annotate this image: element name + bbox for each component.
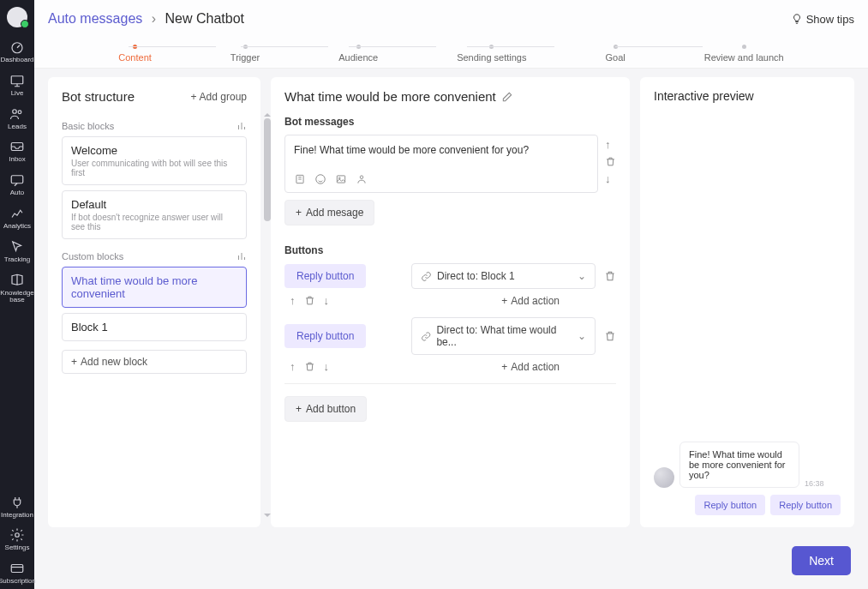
add-button-button[interactable]: + Add button	[284, 396, 367, 422]
scrollbar[interactable]	[264, 111, 271, 519]
reply-button-chip[interactable]: Reply button	[284, 324, 366, 348]
bot-messages-heading: Bot messages	[284, 116, 616, 128]
add-message-button[interactable]: + Add mesage	[284, 200, 374, 225]
trash-icon[interactable]	[605, 156, 616, 167]
nav-item-integration[interactable]: Integration	[0, 490, 34, 523]
button-mini-tools: ↑ ↓ +Add action	[284, 360, 616, 373]
button-row: Reply button Direct to: What time would …	[284, 317, 616, 355]
link-icon	[421, 331, 431, 342]
chat-icon	[9, 172, 25, 188]
user-icon[interactable]	[356, 173, 368, 185]
step-audience[interactable]: Audience	[338, 45, 378, 63]
step-sending[interactable]: Sending settings	[457, 45, 526, 63]
next-button[interactable]: Next	[792, 546, 851, 575]
message-text[interactable]: Fine! What time would be more convenient…	[294, 144, 589, 165]
svg-point-12	[360, 176, 363, 179]
trash-icon[interactable]	[304, 295, 315, 306]
breadcrumb-leaf: New Chatbot	[165, 11, 245, 26]
preview-chips: Reply button Reply button	[654, 495, 841, 515]
block-title: What time would be more convenient	[284, 89, 616, 104]
arrow-up-icon[interactable]: ↑	[605, 138, 616, 151]
preview-reply-chip[interactable]: Reply button	[770, 495, 841, 515]
file-icon[interactable]	[294, 173, 306, 185]
preview-message-row: Fine! What time would be more convenient…	[654, 442, 841, 488]
show-tips-button[interactable]: Show tips	[791, 13, 854, 26]
svg-point-6	[15, 533, 20, 538]
nav-item-knowledge[interactable]: Knowledge base	[0, 267, 34, 309]
avatar	[654, 467, 674, 488]
users-icon	[9, 106, 25, 122]
nav-label: Auto	[10, 189, 24, 197]
nav-item-tracking[interactable]: Tracking	[0, 234, 34, 267]
nav-item-auto[interactable]: Auto	[0, 167, 34, 201]
arrow-down-icon[interactable]: ↓	[324, 294, 330, 307]
stats-icon[interactable]	[236, 121, 247, 131]
image-icon[interactable]	[335, 173, 347, 185]
pencil-icon[interactable]	[501, 91, 513, 103]
add-action-button[interactable]: +Add action	[501, 295, 560, 307]
direct-to-select[interactable]: Direct to: What time would be... ⌄	[411, 317, 596, 355]
nav-item-live[interactable]: Live	[0, 68, 34, 101]
add-action-button[interactable]: +Add action	[501, 361, 560, 373]
block-card-custom[interactable]: Block 1	[62, 313, 247, 341]
block-card-default[interactable]: Default If bot doesn't recognize answer …	[62, 190, 247, 239]
main-area: Auto messages › New Chatbot Show tips Co…	[34, 0, 868, 589]
breadcrumb-root[interactable]: Auto messages	[48, 11, 142, 26]
svg-rect-7	[11, 565, 23, 573]
lightbulb-icon	[791, 13, 803, 25]
direct-to-select[interactable]: Direct to: Block 1 ⌄	[411, 263, 596, 289]
emoji-icon[interactable]	[314, 173, 326, 185]
nav-label: Inbox	[9, 156, 26, 164]
nav-item-settings[interactable]: Settings	[0, 522, 34, 556]
preview-reply-chip[interactable]: Reply button	[695, 495, 765, 515]
bot-structure-panel: Bot structure + Add group Basic blocks W…	[48, 77, 260, 527]
nav-item-leads[interactable]: Leads	[0, 101, 34, 135]
add-block-button[interactable]: + Add new block	[62, 350, 247, 374]
message-input[interactable]: Fine! What time would be more convenient…	[284, 135, 598, 193]
scroll-up-icon[interactable]	[264, 113, 271, 117]
message-toolbar	[294, 173, 589, 185]
chevron-down-icon: ⌄	[578, 330, 586, 342]
arrow-up-icon[interactable]: ↑	[290, 294, 296, 307]
preview-body: Fine! What time would be more convenient…	[654, 113, 841, 515]
avatar[interactable]	[7, 7, 27, 27]
card-icon	[9, 561, 25, 576]
scroll-thumb[interactable]	[264, 118, 271, 221]
trash-icon[interactable]	[304, 361, 315, 372]
step-trigger[interactable]: Trigger	[230, 45, 260, 63]
nav-item-inbox[interactable]: Inbox	[0, 134, 34, 167]
preview-panel: Interactive preview Fine! What time woul…	[640, 77, 854, 527]
nav-item-analytics[interactable]: Analytics	[0, 201, 34, 234]
block-card-custom-selected[interactable]: What time would be more convenient	[62, 267, 247, 308]
trash-icon[interactable]	[604, 330, 616, 342]
step-content[interactable]: Content	[118, 45, 152, 63]
nav-item-subscription[interactable]: Subscription	[0, 556, 34, 589]
gauge-icon	[9, 39, 25, 55]
svg-rect-5	[11, 176, 23, 183]
monitor-icon	[9, 73, 25, 88]
svg-point-2	[13, 109, 17, 113]
nav-label: Dashboard	[0, 57, 33, 64]
workspace: Bot structure + Add group Basic blocks W…	[34, 69, 868, 538]
plus-icon: +	[296, 403, 302, 415]
step-goal[interactable]: Goal	[605, 45, 625, 63]
analytics-icon	[9, 206, 25, 221]
stats-icon[interactable]	[236, 251, 247, 261]
buttons-section: Buttons Reply button Direct to: Block 1 …	[284, 244, 616, 422]
arrow-up-icon[interactable]: ↑	[290, 360, 296, 373]
panel-title: Bot structure + Add group	[62, 89, 247, 104]
breadcrumb-separator: ›	[152, 11, 156, 26]
step-review[interactable]: Review and launch	[704, 45, 784, 63]
svg-point-3	[18, 110, 21, 113]
chevron-down-icon: ⌄	[578, 270, 586, 282]
trash-icon[interactable]	[604, 270, 616, 282]
block-card-welcome[interactable]: Welcome User communicating with bot will…	[62, 136, 247, 185]
reply-button-chip[interactable]: Reply button	[284, 264, 366, 288]
message-row: Fine! What time would be more convenient…	[284, 135, 616, 193]
add-group-button[interactable]: + Add group	[191, 91, 247, 103]
arrow-down-icon[interactable]: ↓	[605, 172, 616, 185]
nav-item-dashboard[interactable]: Dashboard	[0, 34, 34, 68]
arrow-down-icon[interactable]: ↓	[324, 360, 330, 373]
nav-items-top: Dashboard Live Leads Inbox Auto Analytic…	[0, 34, 34, 308]
scroll-down-icon[interactable]	[264, 514, 271, 517]
